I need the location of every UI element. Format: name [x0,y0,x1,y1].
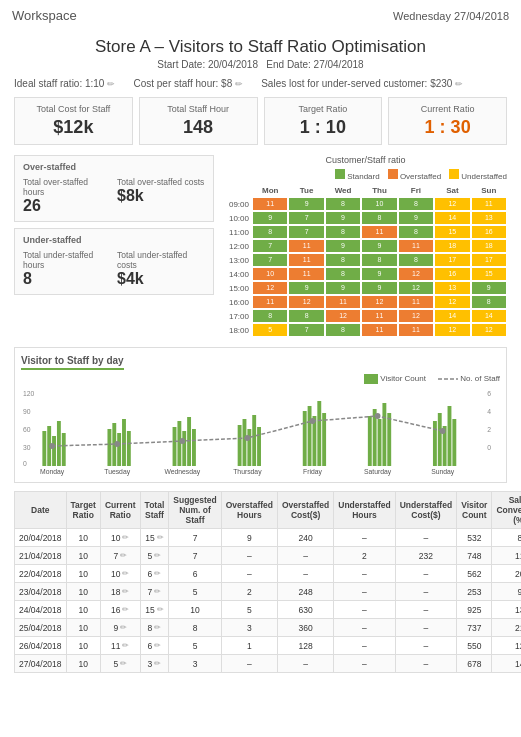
understaffed-hours: Total under-staffed hours 8 [23,250,111,288]
heatmap-data-cell: 9 [288,197,324,211]
heatmap-data-cell: 11 [288,239,324,253]
table-cell: 1 [221,637,277,655]
table-cell: 10 [169,601,221,619]
page-subtitle: Start Date: 20/04/2018 End Date: 27/04/2… [0,59,521,70]
svg-rect-16 [107,429,111,466]
table-cell: 20 [492,565,521,583]
col-totalstaff: Total Staff [140,492,169,529]
edit-icon-ratio[interactable]: ✏ [107,79,115,89]
svg-text:Tuesday: Tuesday [104,468,130,476]
svg-point-47 [114,441,120,447]
table-cell: 15 ✏ [140,529,169,547]
table-cell: 21 [492,619,521,637]
table-cell: 360 [278,619,334,637]
table-cell: 3 ✏ [140,655,169,673]
table-cell: 13 [492,601,521,619]
table-cell: – [221,565,277,583]
heatmap-legend: Standard Overstaffed Understaffed [224,169,507,181]
heatmap-grid: MonTueWedThuFriSatSun09:001198108121110:… [224,184,507,337]
col-visitors: Visitor Count [457,492,492,529]
col-suggested: Suggested Num. of Staff [169,492,221,529]
heatmap-data-cell: 11 [361,323,397,337]
table-cell: – [395,601,456,619]
table-cell: – [334,583,395,601]
table-cell: 9 [221,529,277,547]
overstaffed-section: Over-staffed Total over-staffed hours 26… [14,155,214,222]
table-cell: 8 ✏ [140,619,169,637]
heatmap-data-cell: 12 [434,295,470,309]
table-cell: 925 [457,601,492,619]
heatmap-data-cell: 14 [434,211,470,225]
table-cell: 7 ✏ [140,583,169,601]
legend-understaffed: Understaffed [449,169,507,181]
heatmap-day-header: Wed [325,184,361,197]
table-cell: – [334,565,395,583]
page-title-area: Store A – Visitors to Staff Ratio Optimi… [0,31,521,72]
svg-rect-14 [57,421,61,466]
heatmap-data-cell: 12 [434,197,470,211]
heatmap-data-cell: 14 [434,309,470,323]
table-cell: 562 [457,565,492,583]
edit-icon-cost[interactable]: ✏ [235,79,243,89]
heatmap-data-cell: 7 [288,323,324,337]
table-cell: 23/04/2018 [15,583,67,601]
table-cell: 630 [278,601,334,619]
table-cell: 10 [66,601,100,619]
kpi-row: Total Cost for Staff $12k Total Staff Ho… [14,97,507,145]
heatmap-day-header: Mon [252,184,288,197]
svg-rect-44 [448,406,452,466]
table-cell: – [278,655,334,673]
table-cell: 10 [66,619,100,637]
heatmap-data-cell: 11 [361,309,397,323]
table-cell: 678 [457,655,492,673]
table-cell: 7 [169,547,221,565]
heatmap-data-cell: 9 [252,211,288,225]
heatmap-data-cell: 11 [288,267,324,281]
col-sales: Sales Conversion (%) [492,492,521,529]
cost-per-hour-config: Cost per staff hour: $8 ✏ [133,78,243,89]
col-un-c: Understaffed Cost($) [395,492,456,529]
date-display: Wednesday 27/04/2018 [393,10,509,22]
heatmap-time-label: 14:00 [224,267,252,281]
svg-text:4: 4 [487,408,491,415]
heatmap-time-label: 09:00 [224,197,252,211]
heatmap-time-label: 10:00 [224,211,252,225]
svg-rect-35 [322,413,326,466]
kpi-target-ratio: Target Ratio 1 : 10 [264,97,383,145]
table-cell: 7 [169,529,221,547]
table-cell: 9 [492,583,521,601]
table-cell: 5 [221,601,277,619]
svg-rect-23 [182,431,186,466]
heatmap-data-cell: 8 [325,197,361,211]
heatmap-time-label: 17:00 [224,309,252,323]
edit-icon-sales[interactable]: ✏ [455,79,463,89]
table-row: 24/04/20181016 ✏15 ✏105630––92513Oversta… [15,601,522,619]
svg-rect-32 [308,406,312,466]
overstaffed-cost: Total over-staffed costs $8k [117,177,205,215]
table-cell: 748 [457,547,492,565]
heatmap-data-cell: 8 [398,197,434,211]
heatmap-data-cell: 9 [398,211,434,225]
table-row: 25/04/2018109 ✏8 ✏83360––73721Well Plan [15,619,522,637]
understaffed-section: Under-staffed Total under-staffed hours … [14,228,214,295]
table-cell: 25/04/2018 [15,619,67,637]
heatmap-data-cell: 13 [471,211,507,225]
table-cell: 14 [492,655,521,673]
heatmap-data-cell: 9 [361,239,397,253]
svg-rect-39 [382,403,386,466]
table-cell: 11 [492,547,521,565]
table-cell: 5 ✏ [100,655,140,673]
heatmap-data-cell: 17 [471,253,507,267]
chart-area: 120 90 60 30 0 6 4 2 0 [21,386,500,476]
heatmap-data-cell: 12 [398,309,434,323]
heatmap-section: Customer/Staff ratio Standard Overstaffe… [224,155,507,337]
legend-visitor: Visitor Count [364,374,426,384]
table-cell: 6 [169,565,221,583]
heatmap-data-cell: 9 [325,281,361,295]
svg-text:Saturday: Saturday [364,468,392,476]
table-cell: 6 ✏ [140,565,169,583]
heatmap-data-cell: 12 [252,281,288,295]
table-cell: 550 [457,637,492,655]
svg-rect-13 [52,436,56,466]
heatmap-data-cell: 8 [325,323,361,337]
